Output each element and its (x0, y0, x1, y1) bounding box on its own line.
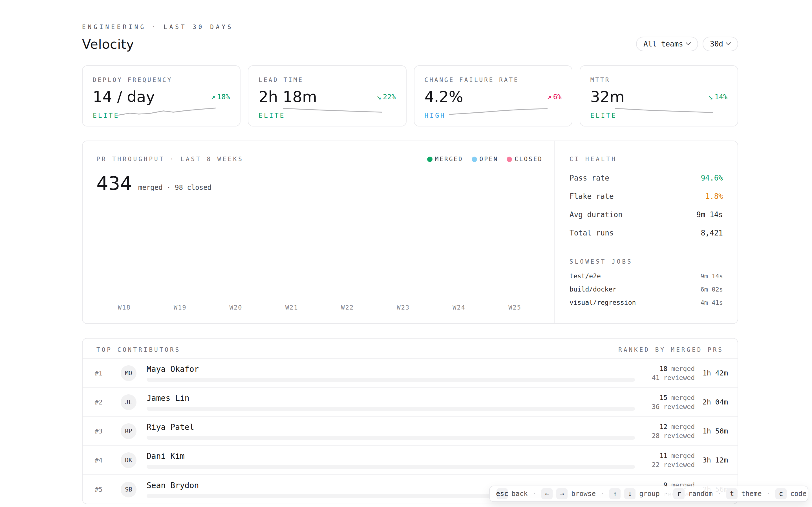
section-title: CI HEALTH (569, 156, 723, 163)
team-filter-value: All teams (644, 40, 683, 48)
contributor-name: Riya Patel (147, 422, 635, 432)
contributor-row[interactable]: #4DKDani Kim11 merged22 reviewed3h 12m (83, 446, 738, 475)
legend-dot-closed (507, 157, 512, 162)
chevron-down-icon (726, 40, 731, 45)
rank-label: #1 (95, 370, 121, 377)
merged-bar-track (147, 465, 635, 469)
key-arrow-down[interactable]: ↓ (624, 488, 636, 499)
legend-item-open: OPEN (472, 156, 499, 163)
reviewed-count: 28 reviewed (652, 432, 695, 439)
review-duration: 1h 42m (695, 369, 728, 377)
x-tick: W20 (208, 304, 264, 311)
legend-dot-merged (427, 157, 433, 162)
avatar: RP (121, 424, 137, 439)
key-c[interactable]: c (775, 488, 786, 499)
ci-metric-row: Avg duration 9m 14s (569, 210, 723, 229)
contributor-row[interactable]: #3RPRiya Patel12 merged28 reviewed1h 58m (83, 417, 738, 446)
avatar: DK (121, 452, 137, 468)
contributor-stats: 18 merged41 reviewed (646, 365, 695, 381)
review-duration: 3h 12m (695, 456, 728, 464)
merged-bar-track (147, 378, 635, 382)
trend-down-icon: ↘ (709, 93, 713, 101)
merged-total-value: 434 (96, 173, 132, 194)
section-title: PR THROUGHPUT · LAST 8 WEEKS (96, 156, 244, 163)
section-title: TOP CONTRIBUTORS (96, 346, 181, 353)
metric-label: LEAD TIME (259, 76, 396, 83)
x-tick: W18 (96, 304, 152, 311)
contributor-row[interactable]: #2JLJames Lin15 merged36 reviewed2h 04m (83, 388, 738, 417)
x-axis-labels: W18 W19 W20 W21 W22 W23 W24 W25 (96, 304, 543, 323)
section-title: SLOWEST JOBS (569, 258, 723, 265)
rank-label: #4 (95, 457, 121, 464)
reviewed-count: 36 reviewed (652, 403, 695, 410)
team-filter-dropdown[interactable]: All teams (636, 37, 698, 51)
velocity-dashboard: ENGINEERING · LAST 30 DAYS Velocity All … (0, 0, 812, 507)
x-tick: W19 (152, 304, 208, 311)
metric-cards-row: DEPLOY FREQUENCY 14 / day ↗ 18% ELITE LE… (82, 65, 738, 126)
metric-label: MTTR (591, 76, 727, 83)
separator-dot: · (601, 490, 605, 498)
trend-badge: ↘ 22% (377, 93, 396, 101)
metric-value: 32m (591, 88, 624, 106)
key-esc[interactable]: esc (497, 488, 508, 499)
contributor-row[interactable]: #1MOMaya Okafor18 merged41 reviewed1h 42… (83, 359, 738, 388)
trend-down-icon: ↘ (377, 93, 381, 101)
ci-metric-row: Total runs 8,421 (569, 229, 723, 247)
page-header: ENGINEERING · LAST 30 DAYS Velocity All … (82, 24, 738, 52)
legend-item-merged: MERGED (427, 156, 463, 163)
ci-metric-value: 1.8% (705, 192, 723, 201)
trend-up-icon: ↗ (547, 93, 551, 101)
review-duration: 2h 04m (695, 398, 728, 406)
metric-card-mttr: MTTR 32m ↘ 14% ELITE (580, 65, 738, 126)
ci-metric-row: Pass rate 94.6% (569, 174, 723, 192)
metric-label: DEPLOY FREQUENCY (93, 76, 230, 83)
metric-value: 2h 18m (259, 88, 317, 106)
legend-item-closed: CLOSED (507, 156, 543, 163)
sparkline-chart (117, 107, 216, 116)
merged-total-caption: merged · 98 closed (138, 184, 211, 191)
review-duration: 1h 58m (695, 427, 728, 435)
x-tick: W24 (431, 304, 487, 311)
sparkline-chart (449, 107, 548, 116)
page-title: Velocity (82, 37, 234, 52)
slow-job-row: visual/regression 4m 41s (569, 299, 723, 312)
trend-badge: ↗ 18% (211, 93, 230, 101)
contributor-main: Maya Okafor (147, 364, 646, 382)
header-controls: All teams 30d (636, 37, 738, 51)
chart-plot-area (96, 194, 543, 304)
range-filter-dropdown[interactable]: 30d (703, 37, 738, 51)
sparkline-chart (283, 107, 382, 116)
range-filter-value: 30d (710, 40, 723, 48)
avatar: JL (121, 394, 137, 410)
contributor-stats: 12 merged28 reviewed (646, 423, 695, 439)
key-arrow-up[interactable]: ↑ (609, 488, 620, 499)
separator-dot: · (767, 490, 770, 498)
merged-bar-track (147, 407, 635, 411)
contributor-main: Dani Kim (147, 452, 646, 469)
x-tick: W23 (375, 304, 431, 311)
separator-dot: · (532, 490, 537, 498)
slow-job-row: test/e2e 9m 14s (569, 272, 723, 286)
ci-metric-value: 8,421 (701, 229, 723, 237)
key-r[interactable]: r (673, 488, 684, 499)
trend-value: 18% (217, 93, 230, 101)
key-t[interactable]: t (726, 488, 738, 499)
slow-job-row: build/docker 6m 02s (569, 286, 723, 299)
separator-dot: · (665, 490, 668, 498)
x-tick: W25 (487, 304, 543, 311)
sparkline-chart (615, 107, 713, 116)
trend-badge: ↗ 6% (547, 93, 561, 101)
metric-card-deploy-frequency: DEPLOY FREQUENCY 14 / day ↗ 18% ELITE (82, 65, 241, 126)
pr-throughput-panel: PR THROUGHPUT · LAST 8 WEEKS MERGED OPEN… (82, 140, 738, 324)
ci-metric-row: Flake rate 1.8% (569, 192, 723, 210)
rank-label: #5 (95, 486, 121, 493)
metric-value: 4.2% (424, 88, 463, 106)
merged-bar-track (147, 436, 635, 440)
chevron-down-icon (686, 40, 691, 45)
x-tick: W21 (264, 304, 320, 311)
rank-label: #3 (95, 428, 121, 435)
x-tick: W22 (320, 304, 375, 311)
key-arrow-left[interactable]: ← (541, 488, 553, 499)
merged-count: 11 merged (659, 452, 695, 459)
key-arrow-right[interactable]: → (556, 488, 567, 499)
